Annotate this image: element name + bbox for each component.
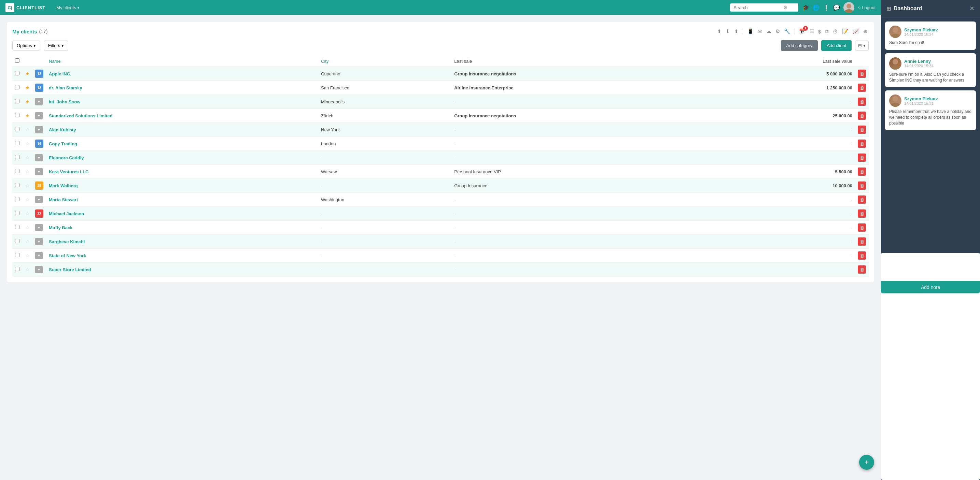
star-empty-icon[interactable]: ☆: [25, 141, 30, 146]
calendar-badge[interactable]: 18: [35, 84, 43, 92]
delete-button[interactable]: 🗑: [858, 84, 866, 92]
client-name-link[interactable]: Sargheve Kimchi: [49, 239, 85, 244]
globe-icon[interactable]: 🌐: [813, 5, 819, 11]
delete-button[interactable]: 🗑: [858, 154, 866, 162]
row-checkbox[interactable]: [15, 253, 19, 257]
delete-button[interactable]: 🗑: [858, 70, 866, 78]
row-checkbox[interactable]: [15, 183, 19, 187]
client-name-link[interactable]: Marta Stewart: [49, 197, 78, 202]
star-filled-icon[interactable]: ★: [25, 85, 30, 90]
expand-icon[interactable]: ⊕: [862, 27, 869, 35]
delete-button[interactable]: 🗑: [858, 252, 866, 260]
row-checkbox[interactable]: [15, 127, 19, 131]
delete-button[interactable]: 🗑: [858, 139, 866, 148]
row-checkbox[interactable]: [15, 141, 19, 145]
exclamation-icon[interactable]: ❕: [823, 5, 830, 11]
delete-button[interactable]: 🗑: [858, 112, 866, 120]
row-checkbox[interactable]: [15, 169, 19, 173]
select-all-checkbox[interactable]: [15, 58, 19, 63]
delete-button[interactable]: 🗑: [858, 209, 866, 218]
cloud-icon[interactable]: ☁: [765, 27, 772, 35]
client-name-link[interactable]: Eleonora Caddly: [49, 155, 84, 160]
filters-button[interactable]: Filters ▾: [44, 41, 68, 51]
copy-icon[interactable]: ⧉: [824, 27, 830, 35]
column-name[interactable]: Name: [46, 55, 318, 67]
add-note-button[interactable]: Add note: [881, 281, 980, 293]
fab-button[interactable]: +: [859, 455, 874, 470]
tools-icon[interactable]: 🔧: [783, 27, 792, 35]
delete-button[interactable]: 🗑: [858, 265, 866, 274]
add-client-button[interactable]: Add client: [821, 40, 852, 51]
row-checkbox[interactable]: [15, 85, 19, 89]
calendar-badge[interactable]: 16: [35, 139, 43, 148]
my-clients-menu[interactable]: My clients ▾: [56, 5, 79, 10]
star-empty-icon[interactable]: ☆: [25, 225, 30, 230]
row-checkbox[interactable]: [15, 225, 19, 229]
client-name-link[interactable]: Apple INC.: [49, 71, 72, 76]
email-icon[interactable]: ✉: [757, 27, 763, 35]
calendar-badge[interactable]: 22: [35, 209, 43, 218]
client-name-link[interactable]: Muffy Back: [49, 225, 72, 230]
star-filled-icon[interactable]: ★: [25, 71, 30, 76]
star-empty-icon[interactable]: ☆: [25, 183, 30, 189]
star-empty-icon[interactable]: ☆: [25, 127, 30, 132]
client-name-link[interactable]: lut. John Snow: [49, 99, 80, 105]
chat-icon[interactable]: 💬: [833, 5, 840, 11]
client-name-link[interactable]: State of New York: [49, 253, 86, 258]
close-icon[interactable]: ✕: [969, 5, 975, 12]
row-checkbox[interactable]: [15, 197, 19, 201]
star-empty-icon[interactable]: ☆: [25, 197, 30, 202]
chart-icon[interactable]: 📈: [852, 27, 860, 35]
client-name-link[interactable]: Copy Trading: [49, 141, 77, 146]
list-icon[interactable]: ☰: [808, 27, 815, 35]
client-name-link[interactable]: Standarized Solutions Limited: [49, 113, 112, 118]
star-filled-icon[interactable]: ★: [25, 113, 30, 118]
dropdown-icon[interactable]: ▾: [35, 196, 43, 203]
delete-button[interactable]: 🗑: [858, 195, 866, 204]
calendar-icon[interactable]: 📅 2: [798, 27, 807, 35]
delete-button[interactable]: 🗑: [858, 168, 866, 176]
delete-button[interactable]: 🗑: [858, 238, 866, 246]
gear-icon[interactable]: ⚙: [783, 5, 788, 10]
upload-icon[interactable]: ⬆: [716, 27, 722, 35]
row-checkbox[interactable]: [15, 71, 19, 75]
row-checkbox[interactable]: [15, 211, 19, 215]
dropdown-icon[interactable]: ▾: [35, 252, 43, 259]
client-name-link[interactable]: Mark Walberg: [49, 183, 78, 189]
star-empty-icon[interactable]: ☆: [25, 169, 30, 174]
brand-logo[interactable]: C| CLIENTLIST: [5, 3, 45, 12]
export-icon[interactable]: ⬆: [733, 27, 740, 35]
phone-icon[interactable]: 📱: [746, 27, 755, 35]
delete-button[interactable]: 🗑: [858, 182, 866, 190]
client-name-link[interactable]: Alan Kubisty: [49, 127, 76, 132]
dropdown-icon[interactable]: ▾: [35, 154, 43, 162]
row-checkbox[interactable]: [15, 113, 19, 117]
grid-view-button[interactable]: ⊞ ▾: [855, 41, 869, 51]
star-empty-icon[interactable]: ☆: [25, 253, 30, 258]
star-empty-icon[interactable]: ☆: [25, 211, 30, 216]
row-checkbox[interactable]: [15, 99, 19, 103]
client-name-link[interactable]: Kera Ventures LLC: [49, 169, 88, 174]
delete-button[interactable]: 🗑: [858, 98, 866, 106]
calendar-badge[interactable]: 18: [35, 70, 43, 78]
dropdown-icon[interactable]: ▾: [35, 126, 43, 133]
search-input[interactable]: [733, 5, 781, 10]
delete-button[interactable]: 🗑: [858, 125, 866, 134]
dropdown-icon[interactable]: ▾: [35, 224, 43, 231]
row-checkbox[interactable]: [15, 239, 19, 243]
logout-button[interactable]: ⎋ Logout: [858, 5, 875, 10]
avatar[interactable]: [843, 2, 854, 13]
calendar-badge[interactable]: 25: [35, 182, 43, 190]
note-textarea[interactable]: [881, 253, 980, 280]
notes-icon[interactable]: 📝: [841, 27, 850, 35]
client-name-link[interactable]: Michael Jackson: [49, 211, 84, 216]
dropdown-icon[interactable]: ▾: [35, 98, 43, 105]
clock-icon[interactable]: ⏱: [832, 28, 839, 35]
delete-button[interactable]: 🗑: [858, 223, 866, 232]
dropdown-icon[interactable]: ▾: [35, 238, 43, 245]
settings-icon[interactable]: ⚙: [775, 27, 781, 35]
star-empty-icon[interactable]: ☆: [25, 239, 30, 244]
star-filled-icon[interactable]: ★: [25, 99, 30, 105]
options-button[interactable]: Options ▾: [12, 41, 40, 51]
row-checkbox[interactable]: [15, 267, 19, 271]
